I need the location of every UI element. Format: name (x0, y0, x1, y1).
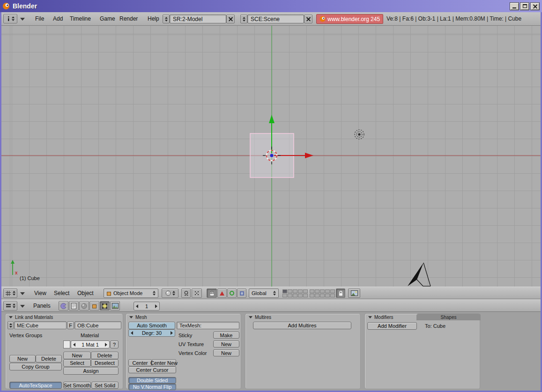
layer-16[interactable] (310, 294, 314, 297)
pivot-point-button[interactable] (181, 288, 191, 298)
increment-icon[interactable] (105, 343, 107, 347)
layer-17[interactable] (315, 294, 319, 297)
collapse-menu-icon[interactable] (20, 292, 25, 295)
shading-context-button[interactable] (79, 301, 89, 311)
set-solid-button[interactable]: Set Solid (91, 382, 119, 389)
menu-view[interactable]: View (34, 287, 46, 300)
layer-10[interactable] (330, 289, 335, 293)
material-preview-swatch[interactable] (63, 340, 70, 348)
camera-object[interactable] (408, 263, 431, 286)
draw-type-dropdown[interactable] (162, 288, 178, 298)
render-preview-button[interactable] (348, 288, 360, 298)
panel-header[interactable]: Link and Materials (6, 314, 123, 320)
menu-add[interactable]: Add (53, 12, 63, 26)
orientation-dropdown[interactable]: Global (249, 288, 279, 298)
minimize-button[interactable] (510, 2, 519, 10)
layer-8[interactable] (320, 289, 325, 293)
layer-15[interactable] (303, 294, 308, 297)
mesh-browse-button[interactable] (7, 321, 14, 329)
titlebar[interactable]: Blender (0, 0, 542, 12)
scene-delete-button[interactable] (304, 15, 312, 23)
menu-help[interactable]: Help (148, 12, 159, 26)
layer-3[interactable] (293, 289, 297, 293)
scene-browse-button[interactable] (240, 15, 247, 23)
set-smooth-button[interactable]: Set Smooth (63, 382, 91, 389)
object-name-field[interactable]: OB:Cube (74, 321, 121, 329)
center-new-button[interactable]: Center New (152, 359, 176, 366)
layer-13[interactable] (293, 294, 297, 297)
copy-group-button[interactable]: Copy Group (9, 363, 62, 370)
decrement-icon[interactable] (131, 331, 133, 335)
texmesh-field[interactable]: TexMesh: (177, 322, 239, 329)
fake-user-button[interactable]: F (67, 321, 74, 329)
layer-2[interactable] (288, 289, 292, 293)
decrement-icon[interactable] (73, 343, 75, 347)
layer-18[interactable] (320, 294, 325, 297)
layer-19[interactable] (325, 294, 330, 297)
no-vnormal-flip-toggle[interactable]: No V.Normal Flip (128, 384, 176, 390)
collapse-panel-icon[interactable] (129, 316, 133, 318)
screen-browse-button[interactable] (163, 15, 170, 23)
layer-20[interactable] (330, 294, 335, 297)
collapse-menu-icon[interactable] (20, 305, 25, 308)
lock-layers-button[interactable] (336, 288, 345, 298)
auto-smooth-toggle[interactable]: Auto Smooth (128, 322, 175, 329)
degr-number-field[interactable]: Degr: 30 (128, 329, 175, 337)
material-new-button[interactable]: New (63, 352, 91, 359)
panel-link-and-materials[interactable]: Link and Materials ME:Cube F OB:Cube Ver… (5, 313, 123, 389)
uv-new-button[interactable]: New (213, 340, 239, 348)
mode-dropdown[interactable]: Object Mode (104, 288, 158, 298)
logic-context-button[interactable] (59, 301, 68, 311)
increment-icon[interactable] (155, 304, 157, 308)
scene-name-field[interactable]: SCE:Scene (247, 15, 304, 23)
panels-menu[interactable]: Panels (33, 300, 51, 312)
assign-button[interactable]: Assign (63, 367, 119, 375)
editor-type-button[interactable] (3, 288, 17, 298)
editor-type-button[interactable] (3, 301, 17, 311)
double-sided-toggle[interactable]: Double Sided (128, 377, 176, 384)
deselect-button[interactable]: Deselect (91, 359, 119, 367)
menu-timeline[interactable]: Timeline (70, 12, 91, 26)
layer-6[interactable] (310, 289, 314, 293)
menu-file[interactable]: File (35, 12, 44, 26)
panel-header[interactable]: Multires (245, 314, 360, 320)
layer-4[interactable] (298, 289, 303, 293)
vgroup-delete-button[interactable]: Delete (36, 355, 62, 362)
layer-14[interactable] (298, 294, 303, 297)
layer-9[interactable] (325, 289, 330, 293)
maximize-button[interactable] (520, 2, 529, 10)
frame-number-field[interactable]: 1 (134, 302, 160, 311)
collapse-panel-icon[interactable] (368, 316, 372, 318)
material-help-button[interactable]: ? (110, 340, 119, 348)
mesh-name-field[interactable]: ME:Cube (14, 321, 67, 329)
layer-1[interactable] (282, 289, 287, 293)
menu-render[interactable]: Render (119, 12, 138, 26)
vcol-new-button[interactable]: New (213, 349, 239, 356)
panel-mesh[interactable]: Mesh Auto Smooth Degr: 30 TexMesh: Stick… (126, 313, 241, 389)
object-context-button[interactable] (89, 301, 99, 311)
tab-shapes[interactable]: Shapes (416, 314, 481, 320)
decrement-icon[interactable] (136, 304, 138, 308)
material-index-field[interactable]: 1 Mat 1 (71, 340, 110, 348)
scale-manipulator-button[interactable] (237, 288, 246, 298)
rotate-manipulator-button[interactable] (227, 288, 237, 298)
snap-target-button[interactable] (192, 288, 202, 298)
collapse-panel-icon[interactable] (249, 316, 252, 318)
material-delete-button[interactable]: Delete (91, 352, 119, 359)
screen-name-field[interactable]: SR:2-Model (170, 15, 226, 23)
layer-7[interactable] (315, 289, 319, 293)
autotexspace-toggle[interactable]: AutoTexSpace (9, 382, 62, 389)
editor-type-button[interactable] (3, 14, 17, 23)
menu-select[interactable]: Select (54, 287, 69, 300)
editing-context-button[interactable] (100, 301, 110, 311)
buttons-window[interactable]: Link and Materials ME:Cube F OB:Cube Ver… (1, 312, 541, 391)
translate-manipulator-button[interactable] (217, 288, 227, 298)
panel-multires[interactable]: Multires Add Multires (245, 313, 361, 389)
sticky-make-button[interactable]: Make (213, 332, 239, 339)
layer-5[interactable] (303, 289, 308, 293)
script-context-button[interactable] (69, 301, 79, 311)
increment-icon[interactable] (171, 331, 173, 335)
collapse-panel-icon[interactable] (9, 316, 13, 318)
add-multires-button[interactable]: Add Multires (253, 322, 351, 329)
layer-11[interactable] (282, 294, 287, 297)
